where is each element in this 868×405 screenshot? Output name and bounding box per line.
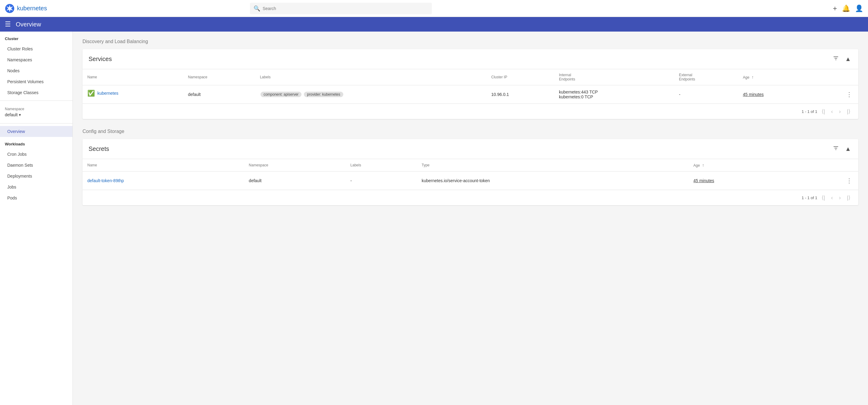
secrets-card-title: Secrets: [89, 145, 109, 152]
bell-icon[interactable]: 🔔: [842, 5, 850, 12]
services-row-internal-endpoints: kubernetes:443 TCP kubernetes:0 TCP: [554, 85, 674, 104]
namespace-value: default: [5, 112, 18, 117]
sidebar-item-namespaces[interactable]: Namespaces: [0, 54, 72, 65]
secrets-col-namespace: Namespace: [244, 159, 345, 172]
namespace-select[interactable]: default ▾: [5, 112, 68, 117]
chevron-down-icon: ▾: [19, 112, 21, 117]
filter-icon[interactable]: [832, 54, 840, 64]
secrets-row-menu[interactable]: ⋮: [795, 172, 858, 190]
row-more-icon[interactable]: ⋮: [845, 90, 854, 99]
secrets-col-type: Type: [417, 159, 688, 172]
top-nav: kubernetes 🔍 + 🔔 👤: [0, 0, 868, 17]
namespace-label: Namespace: [5, 107, 68, 111]
cluster-section-header: Cluster: [0, 32, 72, 44]
secrets-pagination: 1 - 1 of 1 ⟨| ‹ › |⟩: [83, 190, 858, 205]
secrets-col-actions: [795, 159, 858, 172]
secrets-row-labels: -: [345, 172, 417, 190]
age-sort-icon: ↑: [751, 75, 754, 80]
secrets-row-link[interactable]: default-token-89thp: [87, 178, 124, 183]
sidebar-item-daemon-sets[interactable]: Daemon Sets: [0, 160, 72, 171]
logo-area: kubernetes: [5, 4, 47, 13]
secrets-col-age[interactable]: Age ↑: [688, 159, 795, 172]
services-row-external-endpoints: -: [674, 85, 738, 104]
user-icon[interactable]: 👤: [855, 5, 863, 12]
secrets-row-age: 45 minutes: [688, 172, 795, 190]
secrets-filter-icon[interactable]: [832, 144, 840, 154]
secrets-pagination-first-btn[interactable]: ⟨|: [820, 193, 827, 202]
services-col-namespace: Namespace: [183, 69, 255, 85]
services-col-internal-endpoints: InternalEndpoints: [554, 69, 674, 85]
services-row-menu[interactable]: ⋮: [813, 85, 858, 104]
sub-header: ☰ Overview: [0, 17, 868, 32]
pagination-last-btn[interactable]: |⟩: [845, 107, 852, 116]
services-card-actions: ▲: [832, 54, 852, 64]
services-col-clusterip: Cluster IP: [487, 69, 554, 85]
services-col-labels: Labels: [255, 69, 487, 85]
services-card-header: Services ▲: [83, 49, 858, 69]
secrets-pagination-last-btn[interactable]: |⟩: [845, 193, 852, 202]
kubernetes-logo-icon: [5, 4, 14, 13]
label-badge: component: apiserver: [260, 92, 302, 97]
sidebar-item-storage-classes[interactable]: Storage Classes: [0, 87, 72, 98]
services-row-namespace: default: [183, 85, 255, 104]
label-badge: provider: kubernetes: [304, 92, 343, 97]
sidebar-item-jobs[interactable]: Jobs: [0, 181, 72, 193]
hamburger-icon[interactable]: ☰: [5, 20, 11, 28]
sidebar: Cluster Cluster Roles Namespaces Nodes P…: [0, 32, 73, 405]
sidebar-item-persistent-volumes[interactable]: Persistent Volumes: [0, 76, 72, 87]
secrets-collapse-icon[interactable]: ▲: [844, 144, 852, 154]
services-col-age[interactable]: Age ↑: [738, 69, 813, 85]
sub-header-title: Overview: [16, 21, 41, 28]
secrets-col-labels: Labels: [345, 159, 417, 172]
services-card-title: Services: [89, 56, 112, 62]
config-section-heading: Config and Storage: [83, 129, 858, 134]
svg-point-1: [8, 7, 11, 10]
secrets-card-header: Secrets ▲: [83, 139, 858, 159]
services-pagination-info: 1 - 1 of 1: [802, 109, 817, 114]
add-icon[interactable]: +: [833, 4, 837, 13]
status-ok-icon: ✅: [87, 90, 95, 97]
sidebar-item-deployments[interactable]: Deployments: [0, 171, 72, 181]
sidebar-item-cron-jobs[interactable]: Cron Jobs: [0, 149, 72, 160]
sidebar-item-cluster-roles[interactable]: Cluster Roles: [0, 44, 72, 54]
services-row-labels: component: apiserver provider: kubernete…: [255, 85, 487, 104]
services-row-clusterip: 10.96.0.1: [487, 85, 554, 104]
sidebar-item-overview[interactable]: Overview: [0, 126, 72, 137]
discovery-section-heading: Discovery and Load Balancing: [83, 39, 858, 44]
search-icon: 🔍: [253, 5, 260, 12]
pagination-next-btn[interactable]: ›: [837, 107, 842, 116]
secrets-card-actions: ▲: [832, 144, 852, 154]
secrets-pagination-info: 1 - 1 of 1: [802, 196, 817, 200]
services-row-link[interactable]: kubernetes: [97, 91, 118, 96]
collapse-icon[interactable]: ▲: [844, 54, 852, 64]
secrets-row-type: kubernetes.io/service-account-token: [417, 172, 688, 190]
services-table: Name Namespace Labels Cluster IP Interna…: [83, 69, 858, 104]
sidebar-item-nodes[interactable]: Nodes: [0, 65, 72, 76]
table-row: default-token-89thp default - kubernetes…: [83, 172, 858, 190]
table-row: ✅ kubernetes default component: apiserve…: [83, 85, 858, 104]
services-col-external-endpoints: ExternalEndpoints: [674, 69, 738, 85]
secrets-age-sort-icon: ↑: [702, 163, 704, 168]
secrets-row-name: default-token-89thp: [83, 172, 244, 190]
workloads-section-header: Workloads: [0, 137, 72, 149]
top-nav-right: + 🔔 👤: [833, 4, 863, 13]
pagination-prev-btn[interactable]: ‹: [829, 107, 835, 116]
secrets-col-name: Name: [83, 159, 244, 172]
sidebar-divider-1: [0, 100, 72, 101]
secrets-pagination-prev-btn[interactable]: ‹: [829, 193, 835, 202]
pagination-first-btn[interactable]: ⟨|: [820, 107, 827, 116]
secrets-table: Name Namespace Labels Type Age ↑: [83, 159, 858, 190]
main-content: Discovery and Load Balancing Services ▲ …: [73, 32, 868, 405]
services-col-name: Name: [83, 69, 183, 85]
search-bar[interactable]: 🔍: [250, 3, 432, 14]
secrets-row-more-icon[interactable]: ⋮: [845, 176, 854, 185]
logo-text: kubernetes: [17, 5, 47, 12]
namespace-section: Namespace default ▾: [0, 103, 72, 121]
secrets-card: Secrets ▲ Name Namespace Labels Type: [83, 139, 858, 205]
secrets-pagination-next-btn[interactable]: ›: [837, 193, 842, 202]
sidebar-item-pods[interactable]: Pods: [0, 193, 72, 203]
secrets-row-namespace: default: [244, 172, 345, 190]
search-input[interactable]: [262, 6, 428, 11]
services-col-actions: [813, 69, 858, 85]
services-pagination: 1 - 1 of 1 ⟨| ‹ › |⟩: [83, 104, 858, 119]
